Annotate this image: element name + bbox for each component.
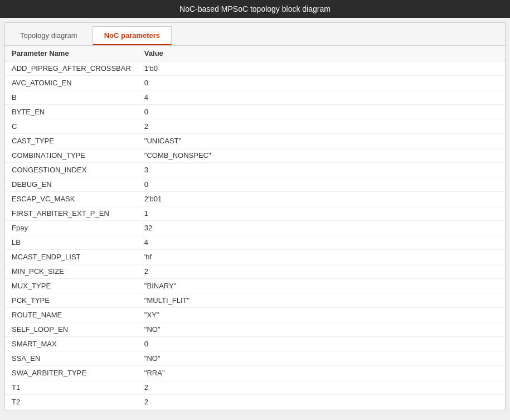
param-value: "MULTI_FLIT" [138,293,505,308]
param-value: 2 [138,380,505,395]
table-row: T31 [5,409,505,411]
column-header-name: Parameter Name [5,46,138,61]
table-row: MIN_PCK_SIZE2 [5,264,505,279]
column-header-value: Value [138,46,505,61]
param-value: 0 [138,177,505,192]
param-value: "RRA" [138,366,505,380]
param-name: C [5,119,138,134]
table-row: PCK_TYPE"MULTI_FLIT" [5,293,505,308]
param-name: T2 [5,395,138,409]
param-name: CONGESTION_INDEX [5,163,138,177]
param-name: FIRST_ARBITER_EXT_P_EN [5,206,138,221]
table-row: B4 [5,90,505,105]
table-row: LB4 [5,235,505,250]
param-name: BYTE_EN [5,105,138,119]
table-row: SSA_EN"NO" [5,351,505,366]
table-row: SELF_LOOP_EN"NO" [5,322,505,337]
param-name: ROUTE_NAME [5,308,138,322]
table-row: ADD_PIPREG_AFTER_CROSSBAR1'b0 [5,61,505,76]
table-row: SMART_MAX0 [5,337,505,351]
params-table: Parameter Name Value ADD_PIPREG_AFTER_CR… [5,46,505,410]
param-name: MIN_PCK_SIZE [5,264,138,279]
tab-content: Parameter Name Value ADD_PIPREG_AFTER_CR… [5,46,505,410]
param-value: 3 [138,163,505,177]
param-name: MUX_TYPE [5,279,138,293]
param-name: DEBUG_EN [5,177,138,192]
table-row: MUX_TYPE"BINARY" [5,279,505,293]
header-row: Parameter Name Value [5,46,505,61]
param-value: 0 [138,105,505,119]
param-value: 32 [138,221,505,235]
table-row: CAST_TYPE"UNICAST" [5,134,505,148]
table-row: COMBINATION_TYPE"COMB_NONSPEC" [5,148,505,163]
param-value: 1 [138,409,505,411]
table-row: FIRST_ARBITER_EXT_P_EN1 [5,206,505,221]
param-value: 2 [138,119,505,134]
table-row: ESCAP_VC_MASK2'b01 [5,192,505,206]
table-row: ROUTE_NAME"XY" [5,308,505,322]
param-value: 2'b01 [138,192,505,206]
table-row: C2 [5,119,505,134]
table-row: Fpay32 [5,221,505,235]
param-name: SWA_ARBITER_TYPE [5,366,138,380]
param-value: "UNICAST" [138,134,505,148]
param-value: 0 [138,337,505,351]
param-value: 0 [138,76,505,90]
table-row: BYTE_EN0 [5,105,505,119]
table-row: MCAST_ENDP_LIST'hf [5,250,505,264]
table-row: CONGESTION_INDEX3 [5,163,505,177]
param-value: 2 [138,264,505,279]
table-row: T12 [5,380,505,395]
param-value: 2 [138,395,505,409]
table-body: ADD_PIPREG_AFTER_CROSSBAR1'b0AVC_ATOMIC_… [5,61,505,411]
param-name: COMBINATION_TYPE [5,148,138,163]
table-row: DEBUG_EN0 [5,177,505,192]
param-value: "BINARY" [138,279,505,293]
tab-bar: Topology diagram NoC parameters [5,23,505,46]
param-value: 4 [138,90,505,105]
param-name: MCAST_ENDP_LIST [5,250,138,264]
param-name: AVC_ATOMIC_EN [5,76,138,90]
tab-topology-diagram[interactable]: Topology diagram [8,26,89,45]
param-name: CAST_TYPE [5,134,138,148]
param-value: 4 [138,235,505,250]
param-value: "NO" [138,351,505,366]
title-bar: NoC-based MPSoC topology block diagram [0,0,510,18]
param-name: ADD_PIPREG_AFTER_CROSSBAR [5,61,138,76]
main-container: Topology diagram NoC parameters Paramete… [4,22,506,411]
param-name: Fpay [5,221,138,235]
param-name: LB [5,235,138,250]
table-row: SWA_ARBITER_TYPE"RRA" [5,366,505,380]
param-value: 'hf [138,250,505,264]
table-row: T22 [5,395,505,409]
param-name: T1 [5,380,138,395]
param-name: B [5,90,138,105]
table-row: AVC_ATOMIC_EN0 [5,76,505,90]
table-header: Parameter Name Value [5,46,505,61]
tab-noc-parameters[interactable]: NoC parameters [93,26,172,45]
param-name: T3 [5,409,138,411]
param-name: PCK_TYPE [5,293,138,308]
param-value: "COMB_NONSPEC" [138,148,505,163]
param-name: SSA_EN [5,351,138,366]
param-value: "NO" [138,322,505,337]
param-name: SELF_LOOP_EN [5,322,138,337]
title-text: NoC-based MPSoC topology block diagram [179,4,331,13]
param-value: "XY" [138,308,505,322]
param-value: 1 [138,206,505,221]
param-name: ESCAP_VC_MASK [5,192,138,206]
param-name: SMART_MAX [5,337,138,351]
param-value: 1'b0 [138,61,505,76]
